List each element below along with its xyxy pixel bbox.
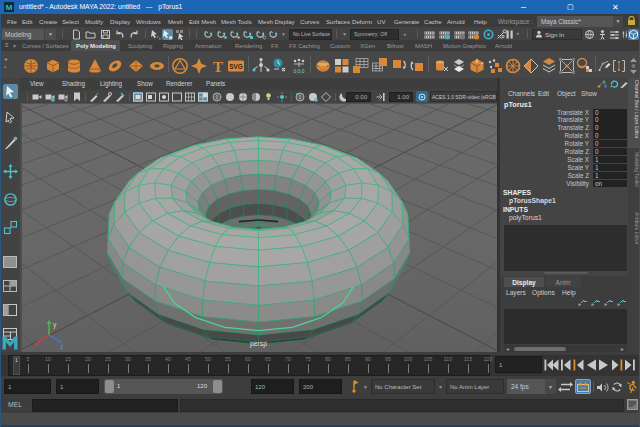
svg-text:0,0,0: 0,0,0 [293,68,304,74]
svg-text:T: T [213,59,223,75]
svg-text:SVG: SVG [229,63,243,70]
svg-text:y: y [53,321,57,329]
